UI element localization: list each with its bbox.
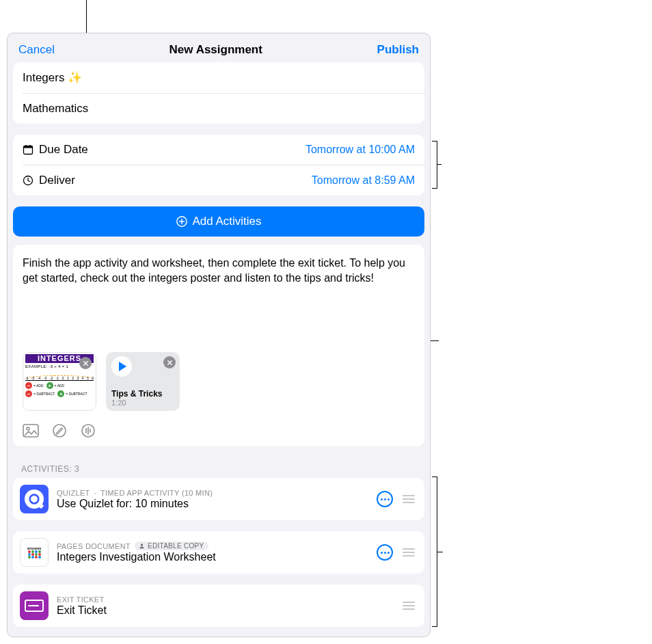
poster-legend-item: −= ADD: [25, 382, 44, 389]
ticket-icon: [25, 600, 44, 612]
play-icon: [119, 362, 126, 371]
activity-more-button[interactable]: [377, 544, 393, 561]
publish-button[interactable]: Publish: [377, 43, 419, 57]
plus-circle-icon: [176, 215, 188, 228]
new-assignment-window: Cancel New Assignment Publish Integers ✨…: [7, 33, 431, 637]
add-drawing-button[interactable]: [51, 423, 68, 438]
audio-title: Tips & Tricks: [111, 389, 174, 399]
attachments-row: INTEGERS EXAMPLE: -3 + 4 = 1 -6-5-4-3-2-…: [23, 352, 415, 411]
schedule-card: Due Date Tomorrow at 10:00 AM Deliver To…: [13, 135, 424, 196]
assignment-class-field[interactable]: Mathematics: [13, 94, 424, 124]
instructions-card: Finish the app activity and worksheet, t…: [13, 245, 424, 446]
activity-thumb: [20, 485, 49, 513]
activity-app-name: EXIT TICKET: [57, 595, 105, 604]
activity-card[interactable]: INTEGERSPAGES DOCUMENTEDITABLE COPYInteg…: [13, 531, 424, 574]
activity-title: Use Quizlet for: 10 minutes: [57, 498, 368, 510]
activity-more-button[interactable]: [377, 491, 393, 507]
calendar-icon: [23, 144, 33, 155]
callout-bracket-activities: [432, 477, 437, 627]
activities-header: ACTIVITIES: 3: [8, 457, 430, 478]
poster-number-line: -6-5-4-3-2-10123456: [25, 370, 94, 381]
attachment-audio[interactable]: Tips & Tricks 1:20: [106, 352, 180, 411]
activity-thumb: [20, 591, 49, 620]
activity-actions: [400, 599, 418, 613]
attachment-action-bar: [23, 423, 415, 438]
cancel-button[interactable]: Cancel: [18, 43, 55, 57]
activity-thumb: INTEGERS: [20, 538, 49, 567]
remove-attachment-button[interactable]: [163, 356, 176, 368]
activity-app-name: QUIZLET: [57, 489, 90, 497]
audio-duration: 1:20: [111, 399, 174, 407]
callout-bracket-dates: [432, 137, 437, 193]
header-bar: Cancel New Assignment Publish: [8, 33, 430, 62]
activity-title: Exit Ticket: [57, 604, 392, 617]
deliver-label: Deliver: [39, 174, 75, 187]
svg-point-13: [141, 544, 143, 546]
add-activities-button[interactable]: Add Activities: [13, 206, 424, 237]
due-date-row[interactable]: Due Date Tomorrow at 10:00 AM: [13, 135, 424, 165]
poster-legend-item: += ADD: [46, 382, 65, 389]
poster-legend-item: −= SUBTRACT: [25, 390, 55, 397]
activity-meta: EXIT TICKETExit Ticket: [57, 595, 392, 617]
svg-point-12: [30, 495, 39, 504]
attachment-poster[interactable]: INTEGERS EXAMPLE: -3 + 4 = 1 -6-5-4-3-2-…: [23, 352, 96, 411]
activity-meta: PAGES DOCUMENTEDITABLE COPYIntegers Inve…: [57, 541, 368, 563]
deliver-value[interactable]: Tomorrow at 8:59 AM: [312, 174, 415, 187]
activity-reorder-handle[interactable]: [400, 546, 418, 559]
poster-legend-item: += SUBTRACT: [57, 390, 87, 397]
activity-card[interactable]: QUIZLET·TIMED APP ACTIVITY (10 MIN)Use Q…: [13, 478, 424, 520]
play-button[interactable]: [111, 356, 132, 377]
activities-list: QUIZLET·TIMED APP ACTIVITY (10 MIN)Use Q…: [8, 478, 430, 627]
activity-metadata-line: QUIZLET·TIMED APP ACTIVITY (10 MIN): [57, 489, 368, 497]
svg-point-9: [27, 427, 29, 430]
assignment-info-card: Integers ✨ Mathematics: [13, 62, 424, 124]
add-image-button[interactable]: [23, 423, 39, 438]
editable-copy-badge: EDITABLE COPY: [135, 541, 208, 550]
add-activities-label: Add Activities: [192, 215, 261, 228]
activity-metadata-line: PAGES DOCUMENTEDITABLE COPY: [57, 541, 368, 550]
activity-app-name: PAGES DOCUMENT: [57, 542, 131, 550]
poster-ticks: -6-5-4-3-2-10123456: [25, 376, 94, 380]
activity-card[interactable]: EXIT TICKETExit Ticket: [13, 585, 424, 627]
add-audio-button[interactable]: [80, 423, 96, 438]
assignment-class-value: Mathematics: [23, 102, 88, 116]
instructions-text[interactable]: Finish the app activity and worksheet, t…: [23, 256, 415, 285]
deliver-row[interactable]: Deliver Tomorrow at 8:59 AM: [13, 165, 424, 196]
activity-title: Integers Investigation Worksheet: [57, 551, 368, 563]
activity-reorder-handle[interactable]: [400, 492, 418, 506]
due-date-label: Due Date: [39, 143, 88, 157]
due-date-value[interactable]: Tomorrow at 10:00 AM: [305, 144, 415, 156]
callout-line-top: [86, 0, 87, 33]
assignment-name-value: Integers ✨: [23, 70, 82, 85]
clock-icon: [23, 175, 33, 186]
activity-metadata-line: EXIT TICKET: [57, 595, 392, 604]
activity-actions: [377, 544, 418, 561]
svg-point-10: [53, 425, 66, 437]
page-title: New Assignment: [169, 43, 262, 57]
assignment-name-field[interactable]: Integers ✨: [13, 62, 424, 93]
poster-legend: −= ADD+= ADD−= SUBTRACT+= SUBTRACT: [25, 382, 94, 397]
svg-rect-1: [24, 146, 33, 148]
activity-actions: [377, 491, 418, 507]
activity-meta: QUIZLET·TIMED APP ACTIVITY (10 MIN)Use Q…: [57, 489, 368, 510]
activity-meta-text: TIMED APP ACTIVITY (10 MIN): [100, 489, 213, 497]
activity-reorder-handle[interactable]: [400, 599, 418, 613]
